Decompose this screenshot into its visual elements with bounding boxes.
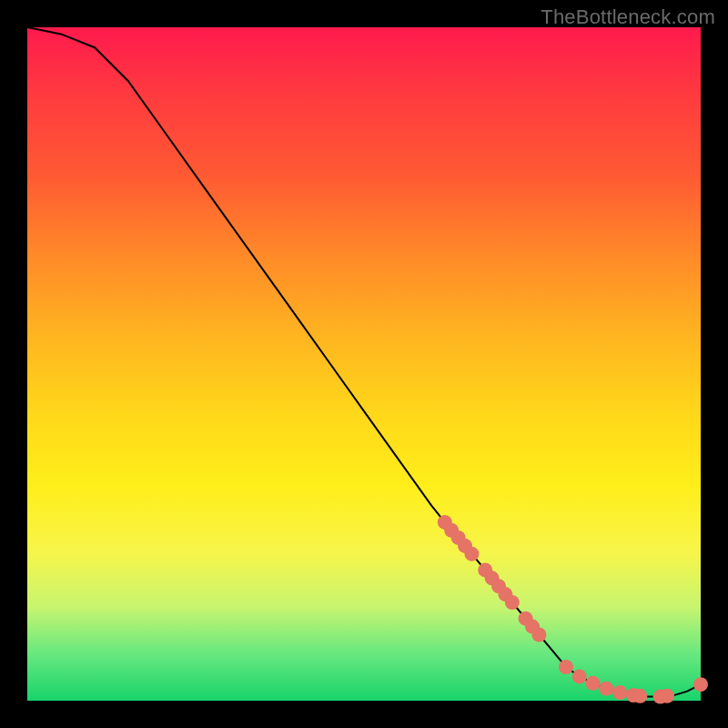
curve-svg <box>27 27 701 701</box>
highlight-dot <box>505 595 520 610</box>
highlight-dot <box>693 677 708 692</box>
highlight-dot <box>632 689 647 703</box>
highlight-dot <box>599 682 613 696</box>
plot-area <box>27 27 701 701</box>
highlight-dot <box>464 547 479 561</box>
highlight-dots <box>438 515 708 704</box>
highlight-dot <box>660 689 674 703</box>
chart-stage: TheBottleneck.com <box>0 0 728 728</box>
highlight-dot <box>612 685 627 700</box>
highlight-dot <box>559 660 573 674</box>
attribution-label: TheBottleneck.com <box>541 5 715 29</box>
highlight-dot <box>531 628 546 642</box>
highlight-dot <box>586 676 601 691</box>
bottleneck-curve <box>27 27 701 697</box>
highlight-dot <box>572 669 587 683</box>
